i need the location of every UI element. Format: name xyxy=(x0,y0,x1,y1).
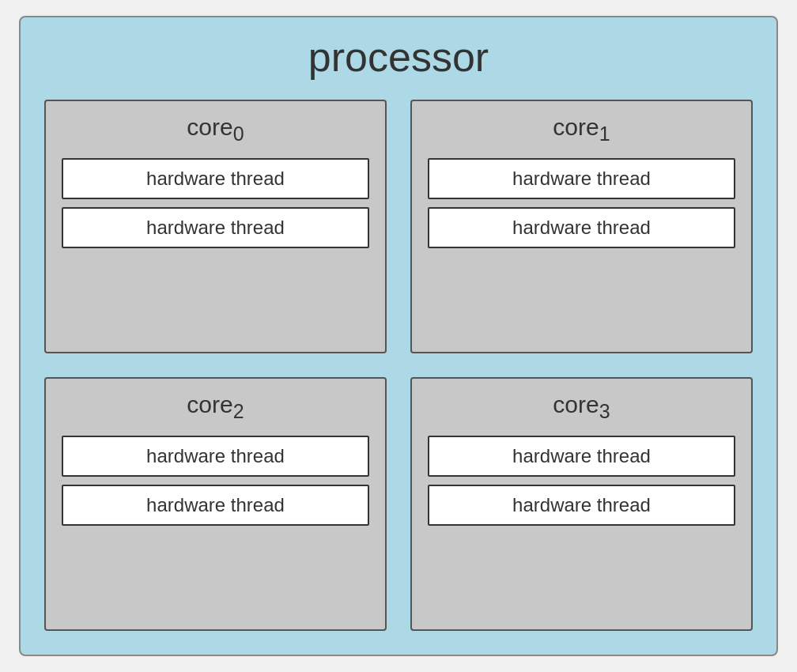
core-3-threads: hardware thread hardware thread xyxy=(428,436,735,526)
processor-title: processor xyxy=(308,33,489,81)
processor-container: processor core0 hardware thread hardware… xyxy=(19,16,778,656)
core-2-threads: hardware thread hardware thread xyxy=(62,436,369,526)
core-2-title: core2 xyxy=(187,391,244,423)
core-0-threads: hardware thread hardware thread xyxy=(62,158,369,248)
core-2-box: core2 hardware thread hardware thread xyxy=(44,377,387,631)
core-1-thread-0: hardware thread xyxy=(428,158,735,199)
core-0-box: core0 hardware thread hardware thread xyxy=(44,100,387,353)
core-1-box: core1 hardware thread hardware thread xyxy=(410,100,753,353)
core-3-title: core3 xyxy=(553,391,610,423)
core-1-threads: hardware thread hardware thread xyxy=(428,158,735,248)
core-0-title: core0 xyxy=(187,114,244,145)
core-1-thread-1: hardware thread xyxy=(428,207,735,248)
core-2-thread-1: hardware thread xyxy=(62,485,369,526)
core-1-title: core1 xyxy=(553,114,610,145)
cores-grid: core0 hardware thread hardware thread co… xyxy=(44,100,753,631)
core-0-thread-1: hardware thread xyxy=(62,207,369,248)
core-3-box: core3 hardware thread hardware thread xyxy=(410,377,753,631)
core-2-thread-0: hardware thread xyxy=(62,436,369,477)
core-3-thread-1: hardware thread xyxy=(428,485,735,526)
core-3-thread-0: hardware thread xyxy=(428,436,735,477)
core-0-thread-0: hardware thread xyxy=(62,158,369,199)
